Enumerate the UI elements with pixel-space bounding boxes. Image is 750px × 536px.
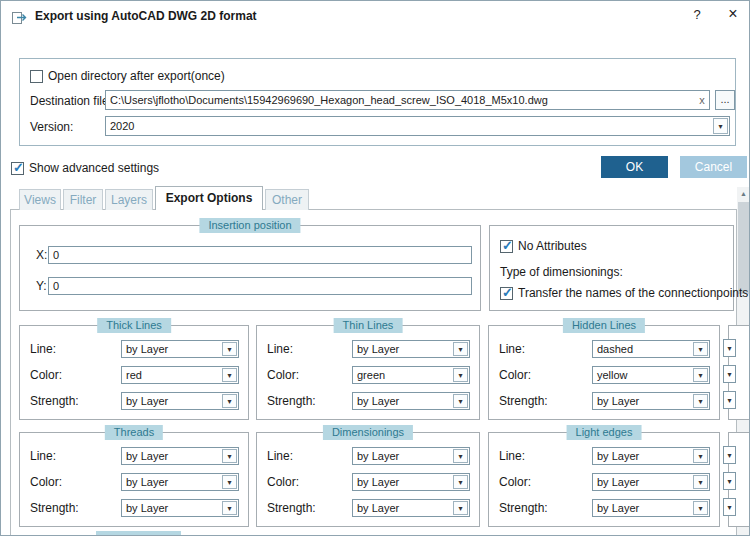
thick-lines-line-select[interactable]: by Layer▾	[121, 340, 239, 358]
thick-lines-color-select[interactable]: red▾	[121, 366, 239, 384]
y-field	[48, 277, 472, 295]
ok-button[interactable]: OK	[601, 156, 668, 178]
clipped-combo-chevron-icon[interactable]: ▾	[723, 339, 736, 357]
light-edges-color-select[interactable]: by Layer▾	[592, 473, 710, 491]
line-label: Line:	[30, 342, 56, 356]
threads-line-select[interactable]: by Layer▾	[121, 447, 239, 465]
tab-views[interactable]: Views	[19, 189, 61, 210]
help-button[interactable]: ?	[687, 7, 707, 25]
transfer-names-label: Transfer the names of the connectionpoin…	[518, 286, 748, 300]
selected-value: yellow	[593, 369, 692, 381]
clipped-group-header	[96, 531, 181, 536]
group-thin-lines-title: Thin Lines	[334, 318, 403, 333]
show-advanced-checkbox[interactable]	[11, 162, 24, 175]
chevron-down-icon: ▾	[453, 394, 468, 408]
chevron-down-icon: ▾	[453, 449, 468, 463]
destination-file-input[interactable]	[106, 94, 695, 106]
chevron-down-icon: ▾	[222, 501, 237, 515]
window-title: Export using AutoCAD DWG 2D format	[35, 9, 257, 23]
strength-label: Strength:	[267, 394, 316, 408]
x-input[interactable]	[49, 249, 471, 261]
tab-export-options[interactable]: Export Options	[155, 186, 263, 210]
tab-other[interactable]: Other	[265, 189, 309, 210]
hidden-lines-strength-select[interactable]: by Layer▾	[592, 392, 710, 410]
light-edges-line-select[interactable]: by Layer▾	[592, 447, 710, 465]
selected-value: by Layer	[122, 476, 221, 488]
clipped-combo-chevron-icon[interactable]: ▾	[723, 446, 736, 464]
x-label: X:	[36, 248, 47, 262]
strength-label: Strength:	[499, 501, 548, 515]
selected-value: by Layer	[122, 502, 221, 514]
dimensionings-color-select[interactable]: by Layer▾	[352, 473, 470, 491]
selected-value: by Layer	[353, 502, 452, 514]
light-edges-strength-select[interactable]: by Layer▾	[592, 499, 710, 517]
dimensionings-strength-select[interactable]: by Layer▾	[352, 499, 470, 517]
threads-color-select[interactable]: by Layer▾	[121, 473, 239, 491]
scroll-up-icon[interactable]: ▲	[737, 187, 750, 201]
selected-value: by Layer	[593, 476, 692, 488]
thin-lines-color-select[interactable]: green▾	[352, 366, 470, 384]
selected-value: dashed	[593, 343, 692, 355]
color-label: Color:	[499, 475, 531, 489]
color-label: Color:	[267, 368, 299, 382]
group-threads: Threads Line: by Layer▾ Color: by Layer▾…	[19, 432, 249, 527]
chevron-down-icon: ▾	[222, 475, 237, 489]
no-attributes-label: No Attributes	[518, 239, 587, 253]
line-label: Line:	[267, 342, 293, 356]
selected-value: by Layer	[353, 450, 452, 462]
clipped-combo-chevron-icon[interactable]: ▾	[723, 391, 736, 409]
hidden-lines-line-select[interactable]: dashed▾	[592, 340, 710, 358]
browse-button[interactable]: ...	[715, 90, 735, 110]
clipped-combo-chevron-icon[interactable]: ▾	[723, 365, 736, 383]
close-button[interactable]: ×	[721, 5, 745, 27]
selected-value: by Layer	[122, 343, 221, 355]
chevron-down-icon: ▾	[693, 368, 708, 382]
line-label: Line:	[267, 449, 293, 463]
cancel-button[interactable]: Cancel	[680, 156, 747, 178]
thin-lines-strength-select[interactable]: by Layer▾	[352, 392, 470, 410]
selected-value: red	[122, 369, 221, 381]
y-row: Y:	[20, 277, 480, 295]
hidden-lines-color-select[interactable]: yellow▾	[592, 366, 710, 384]
version-label: Version:	[30, 120, 73, 134]
no-attributes-checkbox[interactable]	[500, 240, 513, 253]
strength-label: Strength:	[267, 501, 316, 515]
chevron-down-icon: ▾	[693, 501, 708, 515]
chevron-down-icon: ▾	[693, 394, 708, 408]
version-select[interactable]: 2020 ▾	[105, 116, 730, 136]
clear-input-icon[interactable]: x	[695, 94, 709, 106]
y-input[interactable]	[49, 280, 471, 292]
chevron-down-icon: ▾	[453, 475, 468, 489]
export-dialog-window: Export using AutoCAD DWG 2D format ? × O…	[0, 0, 750, 536]
destination-file-field: x	[105, 90, 710, 110]
selected-value: green	[353, 369, 452, 381]
selected-value: by Layer	[122, 450, 221, 462]
group-dimensionings-title: Dimensionings	[323, 425, 413, 440]
thin-lines-line-select[interactable]: by Layer▾	[352, 340, 470, 358]
x-field	[48, 246, 472, 264]
clipped-combo-chevron-icon[interactable]: ▾	[723, 498, 736, 516]
thick-lines-strength-select[interactable]: by Layer▾	[121, 392, 239, 410]
open-directory-checkbox[interactable]	[30, 70, 43, 83]
color-label: Color:	[499, 368, 531, 382]
tab-filter[interactable]: Filter	[63, 189, 103, 210]
line-label: Line:	[499, 449, 525, 463]
line-label: Line:	[499, 342, 525, 356]
group-light-edges: Light edges Line: by Layer▾ Color: by La…	[488, 432, 720, 527]
chevron-down-icon: ▾	[453, 501, 468, 515]
chevron-down-icon: ▾	[222, 449, 237, 463]
group-thick-lines-title: Thick Lines	[97, 318, 171, 333]
clipped-combo-chevron-icon[interactable]: ▾	[723, 472, 736, 490]
transfer-names-checkbox[interactable]	[500, 287, 513, 300]
chevron-down-icon: ▾	[693, 449, 708, 463]
scrollbar-thumb[interactable]	[738, 202, 749, 294]
group-threads-title: Threads	[105, 425, 163, 440]
selected-value: by Layer	[593, 395, 692, 407]
threads-strength-select[interactable]: by Layer▾	[121, 499, 239, 517]
group-attributes: No Attributes Type of dimensionings: Tra…	[489, 225, 734, 311]
group-light-edges-title: Light edges	[567, 425, 642, 440]
tab-layers[interactable]: Layers	[105, 189, 153, 210]
dimensionings-line-select[interactable]: by Layer▾	[352, 447, 470, 465]
chevron-down-icon: ▾	[693, 475, 708, 489]
selected-value: by Layer	[353, 395, 452, 407]
